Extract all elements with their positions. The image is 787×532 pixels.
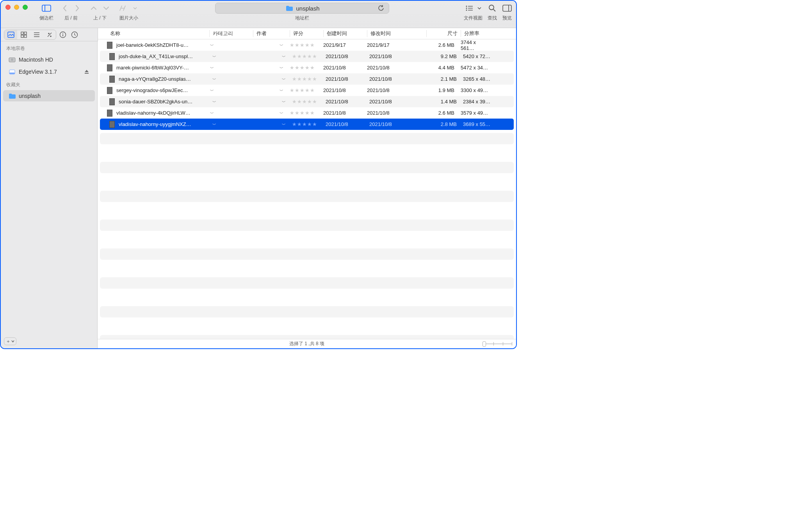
rating-stars[interactable]: ★★★★★	[287, 110, 320, 116]
file-size: 1.9 MB	[423, 87, 458, 93]
chevron-down-icon[interactable]: ﹀	[282, 122, 286, 127]
sidebar-add-button[interactable]: ＋	[4, 337, 16, 345]
empty-row	[100, 292, 514, 303]
sidebar-item-macintosh-hd[interactable]: Macintosh HD	[3, 54, 95, 65]
minimize-window-button[interactable]	[14, 5, 19, 10]
svg-point-21	[62, 33, 63, 34]
chevron-down-icon[interactable]: ﹀	[210, 43, 214, 48]
empty-row	[100, 176, 514, 188]
chevron-down-icon[interactable]: ﹀	[212, 77, 216, 82]
rating-stars[interactable]: ★★★★★	[289, 121, 322, 127]
file-thumbnail	[109, 76, 115, 83]
file-list[interactable]: joel-barwick-0ekKShZDHT8-u…﹀﹀★★★★★2021/9…	[98, 39, 516, 339]
chevron-down-icon[interactable]: ﹀	[210, 111, 214, 115]
chevron-down-icon[interactable]: ﹀	[280, 43, 283, 48]
rating-stars[interactable]: ★★★★★	[289, 76, 322, 82]
ribbon-effects-button[interactable]	[43, 30, 56, 39]
sidebar-item-unsplash[interactable]: unsplash	[3, 90, 95, 101]
chevron-down-icon[interactable]: ﹀	[280, 66, 283, 70]
chevron-down-icon[interactable]: ﹀	[210, 66, 214, 70]
rating-stars[interactable]: ★★★★★	[287, 65, 320, 71]
ribbon-history-button[interactable]	[69, 30, 80, 39]
nav-back-button[interactable]	[60, 4, 70, 13]
column-header-created[interactable]: 创建时间	[323, 30, 367, 37]
fileview-label: 文件视图	[464, 15, 483, 21]
table-row[interactable]: vladislav-nahorny-4kDQjirHLW…﹀﹀★★★★★2021…	[98, 107, 516, 119]
modified-date: 2021/9/17	[364, 42, 423, 48]
ribbon-thumb-view-button[interactable]	[4, 30, 17, 39]
address-bar[interactable]: unsplash	[215, 3, 389, 14]
image-size-button[interactable]	[118, 4, 128, 13]
column-header-size[interactable]: 尺寸	[426, 30, 461, 37]
table-row[interactable]: naga-a-vYQrra8gZ20-unsplas…﹀﹀★★★★★2021/1…	[100, 73, 514, 85]
empty-row	[100, 335, 514, 339]
file-resolution: 3744 x 561…	[458, 39, 493, 51]
nav-down-button[interactable]	[101, 4, 111, 13]
sidebar-item-edgeview[interactable]: EdgeView 3.1.7	[3, 66, 95, 77]
file-size: 2.6 MB	[423, 110, 458, 116]
toggle-sidebar-button[interactable]	[41, 4, 52, 13]
file-view-menu-button[interactable]	[477, 4, 482, 13]
chevron-down-icon[interactable]: ﹀	[212, 122, 216, 127]
file-size: 2.8 MB	[426, 121, 460, 127]
image-size-menu-button[interactable]	[130, 4, 140, 13]
rating-stars[interactable]: ★★★★★	[289, 99, 322, 105]
eject-icon[interactable]	[84, 69, 89, 74]
file-resolution: 3689 x 55…	[460, 121, 496, 127]
chevron-down-icon[interactable]: ﹀	[210, 89, 214, 93]
rating-stars[interactable]: ★★★★★	[287, 42, 320, 48]
empty-row	[100, 277, 514, 289]
modified-date: 2021/10/8	[366, 76, 426, 82]
ribbon-info-button[interactable]	[58, 30, 68, 39]
chevron-down-icon[interactable]: ﹀	[282, 55, 286, 59]
column-header-resolution[interactable]: 分辨率	[461, 30, 497, 37]
chevron-down-icon[interactable]: ﹀	[282, 77, 286, 82]
svg-rect-14	[24, 32, 27, 34]
file-name: josh-duke-la_AX_T41Lw-unspl…	[119, 53, 209, 59]
chevron-down-icon[interactable]: ﹀	[212, 100, 216, 104]
table-row[interactable]: joel-barwick-0ekKShZDHT8-u…﹀﹀★★★★★2021/9…	[98, 39, 516, 51]
ribbon-list-view-button[interactable]	[30, 30, 43, 39]
toggle-preview-button[interactable]	[502, 4, 512, 13]
nav-forward-button[interactable]	[72, 4, 82, 13]
hdd-icon	[9, 56, 16, 63]
zoom-window-button[interactable]	[23, 5, 28, 10]
close-window-button[interactable]	[5, 5, 11, 10]
table-row[interactable]: josh-duke-la_AX_T41Lw-unspl…﹀﹀★★★★★2021/…	[100, 51, 514, 62]
svg-point-25	[11, 59, 13, 61]
empty-row	[100, 162, 514, 173]
file-thumbnail	[109, 121, 115, 128]
column-header-rating[interactable]: 评分	[290, 30, 323, 37]
empty-row	[100, 234, 514, 245]
table-row[interactable]: vladislav-nahorny-uyygjmNXZ…﹀﹀★★★★★2021/…	[100, 119, 514, 130]
rating-stars[interactable]: ★★★★★	[287, 87, 320, 93]
modified-date: 2021/10/8	[364, 65, 423, 71]
nav-up-button[interactable]	[89, 4, 99, 13]
zoom-slider[interactable]	[484, 343, 512, 344]
table-row[interactable]: marek-piwnicki-6fbWJqI03VY-…﹀﹀★★★★★2021/…	[98, 62, 516, 73]
column-header-author[interactable]: 作者	[253, 30, 290, 37]
file-size: 4.4 MB	[423, 65, 458, 71]
chevron-down-icon[interactable]: ﹀	[280, 111, 283, 115]
empty-row	[100, 133, 514, 144]
folder-icon	[286, 5, 293, 11]
svg-rect-27	[9, 73, 15, 74]
empty-row	[100, 263, 514, 274]
chevron-down-icon[interactable]: ﹀	[212, 55, 216, 59]
rating-stars[interactable]: ★★★★★	[289, 53, 322, 59]
table-row[interactable]: sonia-dauer-SBZ0bK2gkAs-un…﹀﹀★★★★★2021/1…	[100, 96, 514, 107]
file-view-button[interactable]	[464, 4, 474, 13]
column-header-name[interactable]: 名称	[107, 30, 209, 37]
column-header-category[interactable]: 카테고리	[209, 30, 253, 37]
chevron-down-icon[interactable]: ﹀	[280, 89, 283, 93]
chevron-down-icon[interactable]: ﹀	[282, 100, 286, 104]
status-text: 选择了 1 ,共 8 项	[289, 340, 324, 347]
address-folder-name: unsplash	[296, 5, 319, 12]
modified-date: 2021/10/8	[366, 53, 426, 59]
ribbon-grid-view-button[interactable]	[17, 30, 30, 39]
column-header-modified[interactable]: 修改时间	[367, 30, 426, 37]
refresh-button[interactable]	[378, 5, 385, 12]
updown-label: 上 / 下	[93, 15, 107, 21]
table-row[interactable]: sergey-vinogradov-s6pwJEec…﹀﹀★★★★★2021/1…	[98, 85, 516, 96]
search-button[interactable]	[487, 4, 497, 13]
